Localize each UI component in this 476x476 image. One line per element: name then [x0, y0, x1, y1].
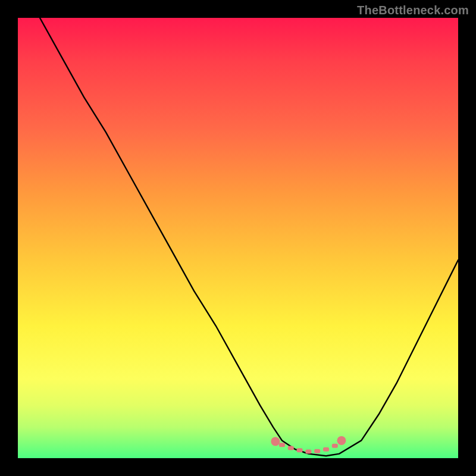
- optimal-range-markers: [271, 436, 346, 454]
- marker-dash: [323, 447, 329, 452]
- marker-dash: [314, 449, 320, 453]
- marker-dash: [297, 448, 303, 452]
- marker-dash: [332, 444, 338, 448]
- chart-frame: TheBottleneck.com: [0, 0, 476, 476]
- plot-area: [18, 18, 458, 458]
- bottleneck-curve: [40, 18, 458, 456]
- chart-svg: [18, 18, 458, 458]
- marker-dash: [288, 446, 294, 450]
- marker-end-dot: [337, 436, 346, 445]
- marker-end-dot: [271, 437, 280, 446]
- marker-dash: [279, 443, 285, 447]
- marker-dash: [305, 449, 311, 453]
- credit-label: TheBottleneck.com: [357, 4, 469, 17]
